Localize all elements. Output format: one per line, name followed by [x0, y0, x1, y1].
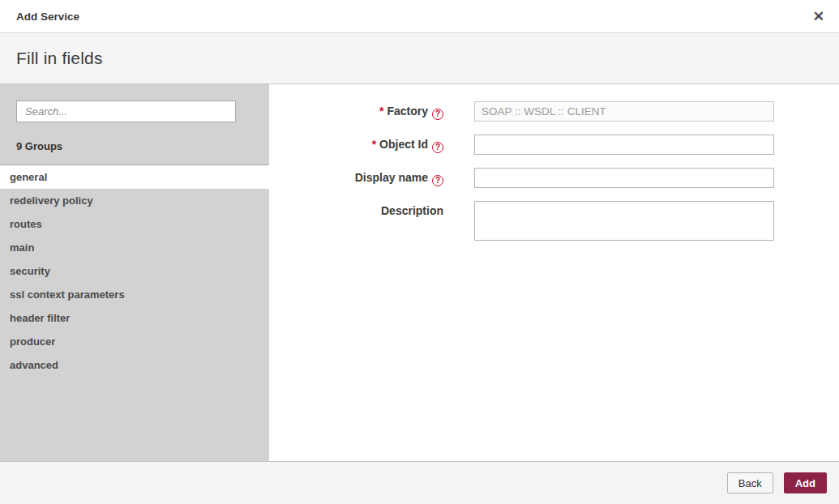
object-id-input[interactable] — [474, 135, 774, 155]
description-label: Description — [269, 201, 443, 217]
modal-titlebar: Add Service ✕ — [0, 0, 839, 33]
sidebar-item-main[interactable]: main — [0, 236, 269, 259]
factory-label: *Factory? — [269, 101, 443, 120]
back-button[interactable]: Back — [727, 472, 773, 493]
sidebar-item-routes[interactable]: routes — [0, 212, 269, 236]
factory-input — [474, 101, 774, 122]
sidebar-item-advanced[interactable]: advanced — [0, 353, 269, 377]
add-button[interactable]: Add — [784, 472, 827, 493]
help-icon[interactable]: ? — [432, 142, 443, 153]
help-icon[interactable]: ? — [432, 175, 443, 186]
modal-body: 9 Groups general redelivery policy route… — [0, 84, 839, 461]
description-textarea[interactable] — [474, 201, 774, 241]
groups-list: general redelivery policy routes main se… — [0, 164, 269, 377]
add-service-modal: Add Service ✕ Fill in fields 9 Groups ge… — [0, 0, 839, 504]
form-panel: *Factory? *Object Id? Display name? — [269, 84, 839, 461]
sidebar-item-producer[interactable]: producer — [0, 330, 269, 353]
page-title: Fill in fields — [16, 49, 103, 68]
modal-footer: Back Add — [0, 461, 839, 504]
subheader: Fill in fields — [0, 33, 839, 84]
object-id-label: *Object Id? — [269, 135, 443, 153]
sidebar-header: 9 Groups — [0, 84, 269, 152]
form-row-factory: *Factory? — [269, 101, 839, 122]
form-row-display-name: Display name? — [269, 168, 839, 188]
display-name-label: Display name? — [269, 168, 443, 186]
groups-count: 9 Groups — [16, 140, 236, 152]
groups-sidebar: 9 Groups general redelivery policy route… — [0, 84, 269, 461]
sidebar-item-redelivery-policy[interactable]: redelivery policy — [0, 189, 269, 212]
sidebar-item-header-filter[interactable]: header filter — [0, 306, 269, 330]
sidebar-item-ssl-context-parameters[interactable]: ssl context parameters — [0, 283, 269, 306]
sidebar-item-security[interactable]: security — [0, 259, 269, 283]
close-icon[interactable]: ✕ — [813, 10, 824, 23]
required-asterisk: * — [379, 105, 383, 117]
required-asterisk: * — [372, 138, 376, 151]
help-icon[interactable]: ? — [432, 109, 443, 120]
sidebar-item-general[interactable]: general — [0, 165, 269, 189]
modal-title: Add Service — [16, 11, 79, 23]
form-row-object-id: *Object Id? — [269, 135, 839, 155]
display-name-input[interactable] — [474, 168, 774, 188]
search-input[interactable] — [16, 100, 236, 122]
form-row-description: Description — [269, 201, 839, 244]
